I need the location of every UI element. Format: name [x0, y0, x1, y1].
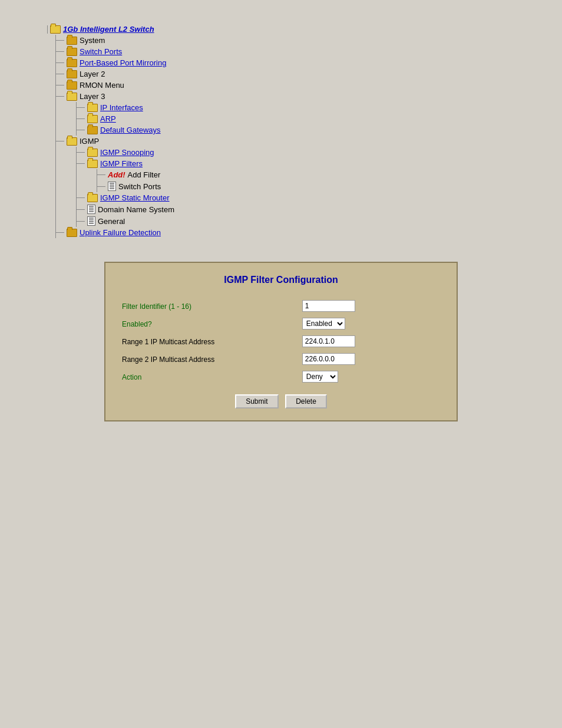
- system-label: System: [80, 36, 105, 45]
- add-filter-label: Add Filter: [128, 170, 161, 179]
- table-row: Filter Identifier (1 - 16): [117, 297, 445, 315]
- port-mirroring-label[interactable]: Port-Based Port Mirroring: [80, 58, 166, 67]
- rmon-label: RMON Menu: [80, 81, 124, 90]
- delete-button[interactable]: Delete: [285, 394, 327, 409]
- igmp-filters-folder-icon: [87, 160, 98, 168]
- enabled-select[interactable]: Enabled Disabled: [302, 318, 345, 330]
- igmp-label: IGMP: [80, 137, 99, 146]
- arp-folder-icon: [87, 115, 98, 123]
- switch-ports-doc-icon: [108, 182, 116, 191]
- add-label: Add!: [108, 170, 125, 179]
- switch-ports-doc-label: Switch Ports: [118, 182, 161, 191]
- igmp-filter-form: IGMP Filter Configuration Filter Identif…: [104, 262, 458, 421]
- general-doc-icon: [87, 216, 95, 226]
- system-folder-icon: [67, 37, 77, 45]
- form-table: Filter Identifier (1 - 16) Enabled? Enab…: [117, 297, 445, 386]
- action-label: Action: [122, 373, 141, 381]
- button-row: Submit Delete: [117, 394, 445, 409]
- ip-interfaces-label[interactable]: IP Interfaces: [100, 103, 143, 112]
- layer2-label: Layer 2: [80, 70, 105, 78]
- range1-input[interactable]: [302, 335, 355, 347]
- root-folder-icon: [50, 25, 61, 34]
- general-label: General: [98, 217, 125, 226]
- range2-label: Range 2 IP Multicast Address: [122, 355, 214, 364]
- enabled-label: Enabled?: [122, 320, 152, 328]
- form-title: IGMP Filter Configuration: [117, 275, 445, 285]
- layer3-folder-icon: [67, 93, 77, 101]
- filter-identifier-input[interactable]: [302, 300, 355, 312]
- ip-interfaces-folder-icon: [87, 104, 98, 112]
- igmp-snooping-folder-icon: [87, 149, 98, 157]
- table-row: Range 1 IP Multicast Address: [117, 332, 445, 350]
- filter-identifier-label: Filter Identifier (1 - 16): [122, 302, 191, 311]
- rmon-folder-icon: [67, 81, 77, 90]
- switch-ports-folder-icon: [67, 48, 77, 56]
- igmp-snooping-label[interactable]: IGMP Snooping: [100, 148, 154, 157]
- range2-input[interactable]: [302, 353, 355, 365]
- table-row: Enabled? Enabled Disabled: [117, 315, 445, 332]
- igmp-static-mrouter-folder-icon: [87, 194, 98, 202]
- dns-doc-icon: [87, 205, 95, 214]
- uplink-failure-label[interactable]: Uplink Failure Detection: [80, 228, 161, 237]
- port-mirroring-folder-icon: [67, 59, 77, 67]
- default-gateways-label[interactable]: Default Gateways: [100, 126, 161, 134]
- igmp-filters-label[interactable]: IGMP Filters: [100, 159, 143, 168]
- default-gateways-folder-icon: [87, 126, 98, 134]
- submit-button[interactable]: Submit: [235, 394, 278, 409]
- layer3-label: Layer 3: [80, 92, 105, 101]
- layer2-folder-icon: [67, 70, 77, 78]
- tree-container: 1Gb Intelligent L2 Switch System Switch …: [12, 12, 550, 250]
- table-row: Range 2 IP Multicast Address: [117, 350, 445, 368]
- dns-label: Domain Name System: [98, 205, 174, 214]
- root-label[interactable]: 1Gb Intelligent L2 Switch: [63, 25, 154, 34]
- action-select[interactable]: Deny Permit: [302, 371, 338, 383]
- igmp-static-mrouter-label[interactable]: IGMP Static Mrouter: [100, 193, 170, 202]
- uplink-failure-folder-icon: [67, 229, 77, 237]
- arp-label[interactable]: ARP: [100, 114, 116, 123]
- switch-ports-label[interactable]: Switch Ports: [80, 47, 122, 56]
- igmp-folder-icon: [67, 137, 77, 146]
- table-row: Action Deny Permit: [117, 368, 445, 386]
- range1-label: Range 1 IP Multicast Address: [122, 338, 214, 346]
